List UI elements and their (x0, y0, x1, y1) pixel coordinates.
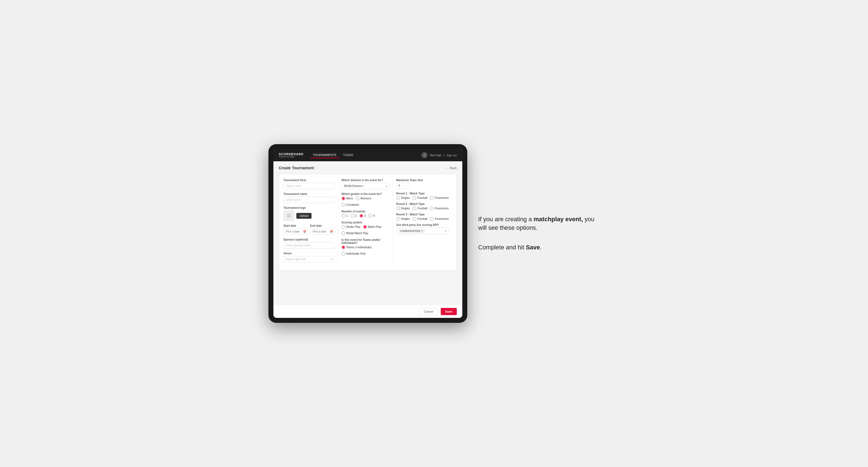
tournament-logo-section: Tournament logo 🖼 Upload (284, 206, 335, 221)
scoring-match-radio[interactable] (363, 225, 367, 229)
gender-mens[interactable]: Mens (342, 197, 353, 200)
tablet-screen: SCOREBOARD Powered by clippit TOURNAMENT… (273, 149, 462, 318)
gender-womens-radio[interactable] (356, 197, 359, 200)
round1-singles-radio[interactable] (396, 196, 400, 200)
round1-match-type-section: Round 1 - Match Type Singles Fourball (396, 192, 449, 200)
round1-match-label: Round 1 - Match Type (396, 192, 449, 195)
round2-fourball[interactable]: Fourball (412, 207, 427, 210)
round1-fourball[interactable]: Fourball (412, 196, 427, 200)
round1-foursomes[interactable]: Foursomes (430, 196, 448, 200)
round2-singles-radio[interactable] (396, 207, 400, 210)
round3-foursomes-label: Foursomes (435, 217, 448, 220)
save-button[interactable]: Save (441, 308, 457, 315)
third-party-api-label: Use third-party live scoring API? (396, 223, 449, 226)
round-3[interactable]: 3 (360, 214, 366, 218)
tab-tournaments[interactable]: TOURNAMENTS (310, 152, 339, 158)
gender-combined[interactable]: Combined (342, 203, 359, 207)
round-2[interactable]: 2 (350, 214, 357, 218)
max-team-size-input[interactable] (396, 183, 410, 189)
matchplay-annotation: If you are creating a matchplay event, y… (478, 215, 600, 232)
app-title: SCOREBOARD (279, 153, 304, 156)
outer-wrapper: SCOREBOARD Powered by clippit TOURNAMENT… (269, 144, 600, 323)
form-col-right: Maximum Team Size Round 1 - Match Type S… (393, 179, 452, 266)
round2-singles[interactable]: Singles (396, 207, 410, 210)
teams-radio[interactable] (342, 246, 345, 249)
round2-match-type-section: Round 2 - Match Type Singles Fourball (396, 203, 449, 210)
round1-foursomes-label: Foursomes (435, 196, 448, 199)
tournament-host-input[interactable] (284, 183, 335, 189)
scoring-stroke[interactable]: Stroke Play (342, 225, 361, 229)
annotation-2-bold: Save (526, 244, 540, 251)
venue-input[interactable] (284, 256, 335, 262)
division-label: Which division is the event for? (342, 179, 390, 182)
round3-foursomes[interactable]: Foursomes (430, 217, 448, 221)
sponsor-input[interactable] (284, 242, 335, 249)
user-name: Test User (430, 154, 441, 157)
teams-option[interactable]: Teams (+Individuals) (342, 246, 372, 249)
round-4-radio[interactable] (368, 214, 372, 218)
round2-foursomes-radio[interactable] (430, 207, 434, 210)
api-select-wrap[interactable]: Leaderboard King ✕ ▾ (396, 227, 449, 234)
round-4[interactable]: 4 (368, 214, 375, 218)
round2-fourball-radio[interactable] (412, 207, 416, 210)
logo-upload-area: 🖼 Upload (284, 211, 335, 221)
round3-foursomes-radio[interactable] (430, 217, 434, 221)
division-select-wrapper: NCAA Division I NCAA Division II NCAA Di… (342, 183, 390, 189)
sign-out-link[interactable]: Sign out (446, 154, 457, 157)
scoring-medal-radio[interactable] (342, 231, 345, 235)
tab-teams[interactable]: TEAMS (340, 152, 356, 158)
round1-singles[interactable]: Singles (396, 196, 410, 200)
end-date-wrap: 📅 (310, 228, 335, 235)
scoring-stroke-label: Stroke Play (346, 225, 361, 228)
gender-mens-radio[interactable] (342, 197, 345, 200)
dates-section: Start date 📅 End date (284, 224, 335, 235)
round-1-radio[interactable] (342, 214, 345, 218)
form-grid: Tournament Host Tournament name Tourname… (279, 174, 457, 270)
round-2-radio[interactable] (350, 214, 354, 218)
nav-logo: SCOREBOARD Powered by clippit (279, 153, 304, 158)
gender-combined-radio[interactable] (342, 203, 345, 207)
start-date-label: Start date (284, 224, 308, 227)
gender-mens-label: Mens (346, 197, 353, 200)
sponsor-label: Sponsor (optional) (284, 238, 335, 241)
division-select[interactable]: NCAA Division I NCAA Division II NCAA Di… (342, 183, 390, 189)
api-tag-remove[interactable]: ✕ (421, 229, 423, 232)
tournament-name-label: Tournament name (284, 192, 335, 195)
page-header: Create Tournament ← Back (279, 166, 457, 170)
gender-label: Which gender is the event for? (342, 192, 390, 195)
round2-fourball-label: Fourball (417, 207, 427, 210)
upload-button[interactable]: Upload (296, 213, 312, 219)
round1-fourball-radio[interactable] (412, 196, 416, 200)
gender-womens[interactable]: Womens (356, 197, 371, 200)
gender-section: Which gender is the event for? Mens Wome… (342, 192, 390, 207)
cancel-button[interactable]: Cancel (419, 308, 438, 315)
individuals-option[interactable]: Individuals Only (342, 252, 366, 255)
round3-singles[interactable]: Singles (396, 217, 410, 221)
round3-match-type-section: Round 3 - Match Type Singles Fourball (396, 213, 449, 221)
round3-match-label: Round 3 - Match Type (396, 213, 449, 216)
individuals-radio[interactable] (342, 252, 345, 255)
venue-select-wrapper (284, 256, 335, 262)
round-2-label: 2 (355, 214, 357, 217)
scoring-medal[interactable]: Medal Match Play (342, 231, 368, 235)
tournament-name-input[interactable] (284, 197, 335, 203)
teams-label: Teams (+Individuals) (346, 246, 372, 249)
scoring-section: Scoring system Stroke Play Match Play (342, 221, 390, 235)
round3-fourball-radio[interactable] (412, 217, 416, 221)
end-date-label: End date (310, 224, 335, 227)
scoring-match-label: Match Play (368, 225, 381, 228)
round3-singles-radio[interactable] (396, 217, 400, 221)
start-date-group: Start date 📅 (284, 224, 308, 235)
round-1[interactable]: 1 (342, 214, 348, 218)
back-button[interactable]: ← Back (446, 166, 457, 169)
round3-fourball[interactable]: Fourball (412, 217, 427, 221)
scoring-match[interactable]: Match Play (363, 225, 381, 229)
gender-combined-label: Combined (346, 203, 359, 206)
rounds-radio-group: 1 2 3 (342, 214, 390, 218)
scoring-stroke-radio[interactable] (342, 225, 345, 229)
round-3-radio[interactable] (360, 214, 363, 218)
round2-foursomes[interactable]: Foursomes (430, 207, 448, 210)
annotation-2-after: . (540, 244, 541, 251)
gender-womens-label: Womens (361, 197, 371, 200)
round1-foursomes-radio[interactable] (430, 196, 434, 200)
